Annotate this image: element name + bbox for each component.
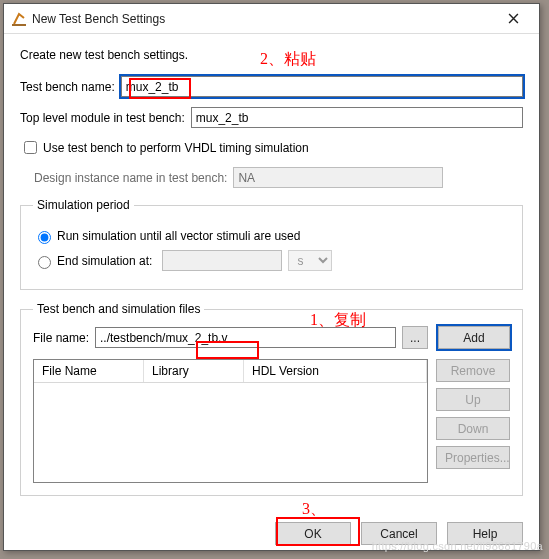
end-at-radio[interactable] — [38, 256, 51, 269]
test-bench-name-row: Test bench name: — [20, 76, 523, 97]
properties-button: Properties... — [436, 446, 510, 469]
up-button: Up — [436, 388, 510, 411]
end-at-radio-row[interactable]: End simulation at: s — [33, 250, 510, 271]
instruction-text: Create new test bench settings. — [20, 48, 523, 62]
ok-button[interactable]: OK — [275, 522, 351, 545]
run-all-label: Run simulation until all vector stimuli … — [57, 229, 300, 243]
help-button[interactable]: Help — [447, 522, 523, 545]
down-button: Down — [436, 417, 510, 440]
file-name-row: File name: ... Add — [33, 326, 510, 349]
design-instance-label: Design instance name in test bench: — [34, 171, 227, 185]
vhdl-timing-checkbox[interactable] — [24, 141, 37, 154]
svg-rect-0 — [12, 24, 26, 26]
design-instance-row: Design instance name in test bench: — [20, 167, 523, 188]
close-icon — [508, 13, 519, 24]
dialog-window: New Test Bench Settings Create new test … — [3, 3, 540, 551]
file-name-input[interactable] — [95, 327, 396, 348]
simulation-period-legend: Simulation period — [33, 198, 134, 212]
time-unit-select: s — [288, 250, 332, 271]
remove-button: Remove — [436, 359, 510, 382]
design-instance-input — [233, 167, 443, 188]
top-module-input[interactable] — [191, 107, 523, 128]
test-bench-name-label: Test bench name: — [20, 80, 115, 94]
file-list-header: File Name Library HDL Version — [34, 360, 427, 383]
top-module-label: Top level module in test bench: — [20, 111, 185, 125]
col-hdl-version[interactable]: HDL Version — [244, 360, 427, 382]
files-legend: Test bench and simulation files — [33, 302, 204, 316]
browse-button[interactable]: ... — [402, 326, 428, 349]
file-list-side-buttons: Remove Up Down Properties... — [428, 359, 510, 483]
window-title: New Test Bench Settings — [32, 12, 491, 26]
test-bench-name-input[interactable] — [121, 76, 523, 97]
col-file-name[interactable]: File Name — [34, 360, 144, 382]
end-at-label: End simulation at: — [57, 254, 152, 268]
run-all-radio[interactable] — [38, 231, 51, 244]
run-all-radio-row[interactable]: Run simulation until all vector stimuli … — [33, 228, 510, 244]
dialog-content: Create new test bench settings. Test ben… — [4, 34, 539, 520]
add-button[interactable]: Add — [438, 326, 510, 349]
file-name-label: File name: — [33, 331, 89, 345]
end-at-input — [162, 250, 282, 271]
titlebar: New Test Bench Settings — [4, 4, 539, 34]
dialog-footer: OK Cancel Help — [4, 520, 539, 559]
simulation-period-group: Simulation period Run simulation until a… — [20, 198, 523, 290]
files-group: Test bench and simulation files File nam… — [20, 302, 523, 496]
cancel-button[interactable]: Cancel — [361, 522, 437, 545]
top-module-row: Top level module in test bench: — [20, 107, 523, 128]
close-button[interactable] — [491, 5, 535, 33]
vhdl-timing-label: Use test bench to perform VHDL timing si… — [43, 141, 309, 155]
col-library[interactable]: Library — [144, 360, 244, 382]
app-icon — [12, 12, 26, 26]
vhdl-timing-row: Use test bench to perform VHDL timing si… — [20, 138, 523, 157]
file-list[interactable]: File Name Library HDL Version — [33, 359, 428, 483]
file-list-area: File Name Library HDL Version Remove Up … — [33, 359, 510, 483]
